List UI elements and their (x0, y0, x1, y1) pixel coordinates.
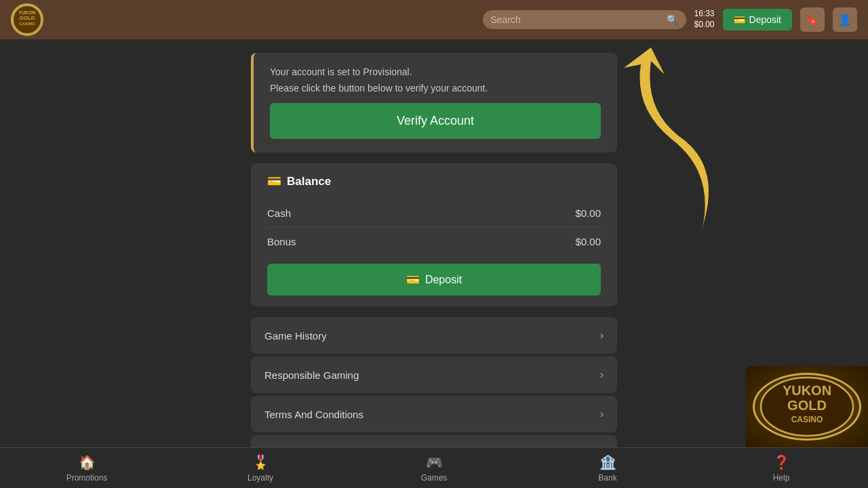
balance-deposit-button[interactable]: 💳 Deposit (267, 264, 601, 296)
bonus-label: Bonus (267, 236, 296, 247)
header-time: 16:33 $0.00 (694, 9, 715, 30)
chevron-right-icon: › (600, 408, 604, 420)
transaction-history-item[interactable]: Transaction History › (251, 435, 617, 447)
balance-header: 💳 Balance (267, 174, 601, 188)
nav-help[interactable]: ❓ Help (694, 448, 868, 488)
logo-icon: YUKON GOLD CASINO (11, 3, 43, 36)
nav-bank[interactable]: 🏦 Bank (521, 448, 694, 488)
bank-icon: 🏦 (599, 454, 616, 470)
bottom-nav: 🏠 Promotions 🎖️ Loyalty 🎮 Games 🏦 Bank ❓… (0, 447, 868, 488)
svg-text:CASINO: CASINO (19, 22, 35, 26)
games-icon: 🎮 (426, 454, 443, 470)
cash-row: Cash $0.00 (267, 199, 601, 228)
search-button[interactable]: 🔍 (667, 14, 678, 25)
svg-text:YUKON: YUKON (783, 383, 831, 398)
svg-text:CASINO: CASINO (791, 415, 823, 424)
game-history-label: Game History (264, 330, 327, 342)
svg-text:GOLD: GOLD (787, 398, 827, 413)
search-box: 🔍 (483, 10, 686, 29)
menu-section: Game History › Responsible Gaming › Term… (251, 317, 617, 447)
header: YUKON GOLD CASINO 🔍 16:33 $0.00 💳 Deposi… (0, 0, 868, 39)
svg-text:GOLD: GOLD (19, 15, 35, 21)
logo-area: YUKON GOLD CASINO (11, 3, 43, 36)
deposit-icon: 💳 (734, 14, 745, 25)
bonus-row: Bonus $0.00 (267, 228, 601, 256)
verify-line2: Please click the button below to verify … (270, 83, 601, 94)
game-history-item[interactable]: Game History › (251, 317, 617, 354)
nav-promotions-label: Promotions (66, 473, 108, 483)
header-deposit-button[interactable]: 💳 Deposit (723, 9, 792, 30)
verify-banner: Your account is set to Provisional. Plea… (251, 53, 617, 152)
deposit-icon-large: 💳 (406, 273, 420, 286)
balance-icon: 💳 (267, 174, 281, 188)
cash-label: Cash (267, 207, 291, 219)
search-area: 🔍 16:33 $0.00 💳 Deposit 🔖 👤 (483, 7, 858, 32)
nav-bank-label: Bank (598, 473, 616, 483)
chevron-right-icon: › (600, 329, 604, 342)
bonus-value: $0.00 (575, 236, 601, 247)
main-content: Your account is set to Provisional. Plea… (0, 39, 868, 447)
verify-line1: Your account is set to Provisional. (270, 66, 601, 77)
yukon-logo-inner: YUKON GOLD CASINO (753, 373, 861, 441)
nav-help-label: Help (773, 473, 790, 483)
yukon-logo-bottom: YUKON GOLD CASINO (746, 366, 868, 447)
content-column: Your account is set to Provisional. Plea… (251, 53, 617, 434)
search-input[interactable] (491, 14, 667, 25)
nav-games-label: Games (421, 473, 448, 483)
terms-conditions-label: Terms And Conditions (264, 409, 363, 420)
nav-loyalty-label: Loyalty (248, 473, 273, 483)
verify-account-button[interactable]: Verify Account (270, 103, 601, 139)
responsible-gaming-item[interactable]: Responsible Gaming › (251, 357, 617, 393)
user-button[interactable]: 👤 (833, 7, 857, 32)
svg-text:YUKON: YUKON (18, 10, 35, 15)
nav-loyalty[interactable]: 🎖️ Loyalty (174, 448, 347, 488)
responsible-gaming-label: Responsible Gaming (264, 369, 359, 381)
terms-conditions-item[interactable]: Terms And Conditions › (251, 396, 617, 432)
balance-section: 💳 Balance Cash $0.00 Bonus $0.00 💳 Depos… (251, 163, 617, 306)
nav-games[interactable]: 🎮 Games (347, 448, 521, 488)
cash-value: $0.00 (575, 207, 601, 219)
bookmark-button[interactable]: 🔖 (800, 7, 825, 32)
nav-promotions[interactable]: 🏠 Promotions (0, 448, 174, 488)
loyalty-icon: 🎖️ (252, 454, 269, 470)
chevron-right-icon: › (600, 369, 604, 381)
help-icon: ❓ (773, 454, 790, 470)
home-icon: 🏠 (79, 454, 96, 470)
